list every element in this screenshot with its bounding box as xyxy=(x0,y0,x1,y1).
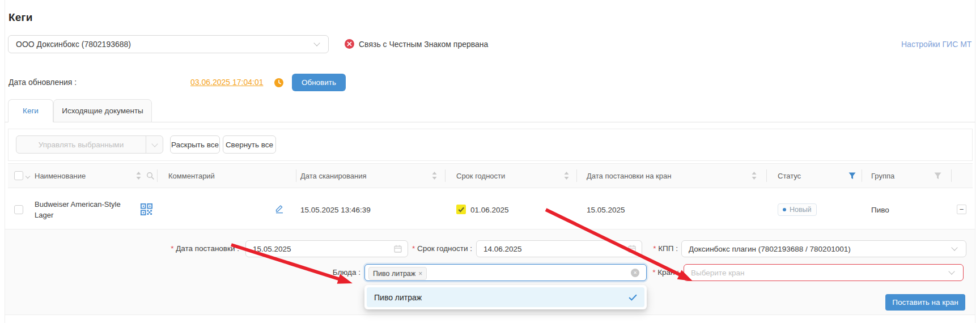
tab-outgoing-documents[interactable]: Исходящие документы xyxy=(53,99,152,122)
column-divider xyxy=(951,169,952,182)
refresh-date-label: Дата обновления : xyxy=(9,78,77,87)
expiry-field-label: Срок годности : xyxy=(376,244,472,253)
filter-icon-group[interactable] xyxy=(934,172,941,180)
column-divider xyxy=(296,169,296,182)
collapse-row-button[interactable] xyxy=(957,205,966,214)
chevron-down-icon xyxy=(151,141,158,147)
edit-comment-pencil-icon[interactable] xyxy=(274,203,285,214)
column-divider xyxy=(766,169,767,182)
keg-name: Budweiser American-Style Lager xyxy=(35,199,128,220)
page-title: Кеги xyxy=(9,11,33,24)
column-header-scan-date[interactable]: Дата сканирования xyxy=(300,172,366,180)
column-divider xyxy=(445,169,446,182)
sort-icon[interactable] xyxy=(564,172,569,180)
tap-select[interactable]: Выберите кран xyxy=(684,264,964,281)
column-header-tap-date[interactable]: Дата постановки на кран xyxy=(587,172,671,180)
tap-date-field-label: Дата постановки : xyxy=(143,244,239,253)
search-icon[interactable] xyxy=(146,172,154,180)
status-badge: Новый xyxy=(778,203,817,216)
scan-date-cell: 15.05.2025 13:46:39 xyxy=(300,206,371,214)
column-divider xyxy=(862,169,862,182)
manage-selected-button[interactable]: Управлять выбранными xyxy=(16,135,146,154)
organization-select[interactable]: ООО Доксинбокс (7802193688) xyxy=(8,35,329,53)
filter-icon-status[interactable] xyxy=(849,172,856,180)
tap-field-label: Кран : xyxy=(583,268,679,277)
dishes-tag: Пиво литраж × xyxy=(368,267,427,280)
checkmark-icon xyxy=(629,294,637,301)
expiry-scan-icon[interactable] xyxy=(456,205,466,214)
column-header-status[interactable]: Статус xyxy=(778,172,801,180)
column-header-group[interactable]: Группа xyxy=(871,172,894,180)
tag-close-icon[interactable]: × xyxy=(418,270,422,277)
tap-date-cell: 15.05.2025 xyxy=(587,206,625,214)
sort-icon[interactable] xyxy=(752,172,757,180)
chevron-down-icon xyxy=(951,244,957,250)
dishes-dropdown-popup: Пиво литраж xyxy=(364,285,647,309)
status-dot-icon xyxy=(783,208,786,211)
dropdown-option-selected[interactable]: Пиво литраж xyxy=(367,287,644,307)
column-header-comment: Комментарий xyxy=(168,172,215,180)
clock-icon xyxy=(274,78,283,87)
column-divider xyxy=(576,169,577,182)
qr-code-icon[interactable] xyxy=(140,203,153,216)
column-header-name[interactable]: Наименование xyxy=(35,172,86,180)
panel-right-border xyxy=(975,0,975,323)
expand-all-button[interactable]: Раскрыть все xyxy=(170,135,220,154)
manage-selected-dropdown-button[interactable] xyxy=(146,135,163,154)
refresh-timestamp-link[interactable]: 03.06.2025 17:04:01 xyxy=(190,78,263,87)
column-header-expiry[interactable]: Срок годности xyxy=(456,172,505,180)
kegs-page: Кеги ООО Доксинбокс (7802193688) Связь с… xyxy=(0,0,980,323)
connection-error-icon xyxy=(345,39,354,49)
row-checkbox[interactable] xyxy=(14,205,23,214)
put-on-tap-button[interactable]: Поставить на кран xyxy=(885,294,965,311)
collapse-all-button[interactable]: Свернуть все xyxy=(223,135,276,154)
expiry-date-cell: 01.06.2025 xyxy=(470,206,509,214)
dishes-field-label: Блюда : xyxy=(264,268,360,277)
sort-icon[interactable] xyxy=(136,172,141,180)
kpp-field-label: КПП : xyxy=(582,244,678,253)
column-divider xyxy=(157,169,158,182)
refresh-button[interactable]: Обновить xyxy=(292,74,346,91)
tab-kegs[interactable]: Кеги xyxy=(8,99,53,122)
kpp-select[interactable]: Доксинбокс плагин (7802193688 / 78020100… xyxy=(681,240,966,257)
select-all-checkbox[interactable] xyxy=(14,171,23,180)
connection-error-text: Связь с Честным Знаком прервана xyxy=(359,40,488,49)
sort-icon[interactable] xyxy=(432,172,437,180)
chevron-down-icon xyxy=(313,40,320,46)
group-cell: Пиво xyxy=(871,206,889,214)
gis-mt-settings-link[interactable]: Настройки ГИС МТ xyxy=(901,40,971,49)
chevron-down-icon xyxy=(948,268,954,274)
